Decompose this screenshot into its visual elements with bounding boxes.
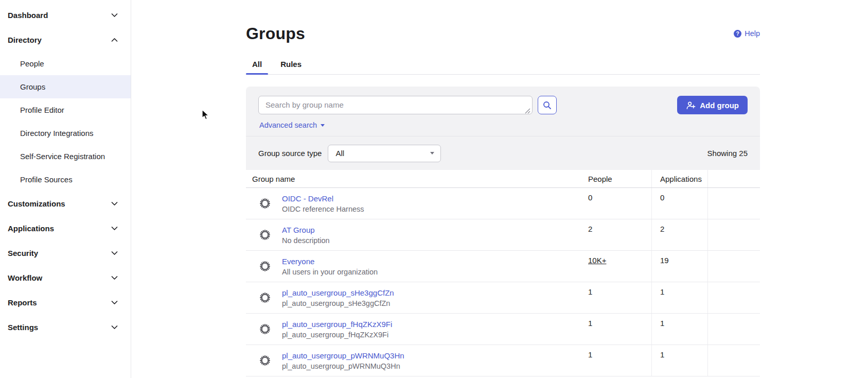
applications-count: 19 (660, 256, 669, 265)
sidebar-item-directory[interactable]: Directory (0, 27, 131, 52)
group-name-link[interactable]: OIDC - DevRel (282, 194, 333, 203)
sidebar-item-label: People (20, 59, 44, 68)
sidebar-item-security[interactable]: Security (0, 240, 131, 265)
group-description: pl_auto_usergroup_sHe3ggCfZn (282, 299, 394, 307)
sidebar-item-label: Profile Sources (20, 175, 73, 184)
sidebar-item-label: Directory Integrations (20, 129, 94, 138)
group-icon (259, 261, 271, 272)
chevron-down-icon (111, 300, 118, 305)
table-row: OIDC - DevRelOIDC reference Harness00 (246, 188, 760, 219)
sidebar-item-label: Customizations (8, 199, 65, 208)
group-name-block: AT GroupNo description (282, 226, 330, 245)
group-name-block: OIDC - DevRelOIDC reference Harness (282, 194, 364, 213)
people-count: 2 (588, 225, 592, 233)
advanced-search-label: Advanced search (259, 121, 317, 129)
group-name-cell: pl_auto_usergroup_pWRNMuQ3Hnpl_auto_user… (246, 345, 581, 376)
group-description: No description (282, 236, 330, 245)
people-count: 0 (588, 193, 592, 202)
people-count-link[interactable]: 10K+ (588, 256, 606, 265)
sidebar-item-label: Profile Editor (20, 106, 64, 114)
sidebar-item-profile-editor[interactable]: Profile Editor (0, 98, 131, 122)
people-count-cell: 1 (581, 345, 651, 376)
sidebar-item-label: Security (8, 249, 38, 257)
okta-admin-app: DashboardDirectoryPeopleGroupsProfile Ed… (0, 0, 868, 378)
applications-count-cell: 0 (651, 188, 708, 219)
group-search-input[interactable] (258, 96, 533, 114)
group-name-link[interactable]: pl_auto_usergroup_sHe3ggCfZn (282, 288, 394, 297)
table-row: AT GroupNo description22 (246, 219, 760, 251)
sidebar-item-dashboard[interactable]: Dashboard (0, 3, 131, 27)
sidebar-item-label: Dashboard (8, 11, 48, 20)
group-name-cell: pl_auto_usergroup_fHqZKzX9Fipl_auto_user… (246, 314, 581, 345)
help-link[interactable]: ? Help (734, 29, 760, 38)
page-header: Groups ? Help (246, 24, 760, 43)
applications-count: 2 (660, 225, 664, 233)
advanced-search-link[interactable]: Advanced search (259, 121, 325, 129)
chevron-down-icon (111, 325, 118, 330)
table-row: pl_auto_usergroup_sHe3ggCfZnpl_auto_user… (246, 282, 760, 314)
search-icon (543, 101, 552, 110)
applications-count: 1 (660, 319, 664, 328)
chevron-down-icon (111, 201, 118, 206)
add-group-icon (686, 100, 696, 110)
group-name-cell: pl_auto_usergroup_sHe3ggCfZnpl_auto_user… (246, 282, 581, 313)
group-name-link[interactable]: AT Group (282, 226, 315, 234)
caret-down-icon (321, 124, 325, 127)
applications-count-cell: 19 (651, 251, 708, 282)
group-icon (259, 229, 271, 240)
source-type-section: Group source type All Showing 25 (246, 136, 760, 170)
sidebar-item-self-service-registration[interactable]: Self-Service Registration (0, 145, 131, 168)
people-count-cell: 0 (581, 188, 651, 219)
group-name-cell: AT GroupNo description (246, 219, 581, 250)
sidebar-nav: DashboardDirectoryPeopleGroupsProfile Ed… (0, 3, 131, 339)
group-name-cell: EveryoneAll users in your organization (246, 251, 581, 282)
group-source-type-select[interactable]: All (328, 145, 441, 162)
group-name-link[interactable]: pl_auto_usergroup_pWRNMuQ3Hn (282, 351, 404, 360)
sidebar-item-customizations[interactable]: Customizations (0, 191, 131, 216)
search-button[interactable] (538, 96, 557, 114)
sidebar-item-reports[interactable]: Reports (0, 290, 131, 315)
group-description: OIDC reference Harness (282, 205, 364, 213)
group-description: pl_auto_usergroup_pWRNMuQ3Hn (282, 362, 404, 370)
chevron-down-icon (111, 13, 118, 18)
sidebar-item-profile-sources[interactable]: Profile Sources (0, 168, 131, 191)
group-icon (259, 323, 271, 335)
chevron-down-icon (111, 276, 118, 280)
people-count: 1 (588, 319, 592, 328)
main-content: Groups ? Help All Rules (246, 0, 760, 376)
group-name-cell: OIDC - DevRelOIDC reference Harness (246, 188, 581, 219)
search-section: Add group Advanced search (246, 87, 760, 136)
column-header-group-name: Group name (246, 175, 581, 183)
tab-bar: All Rules (246, 55, 760, 75)
row-spacer (708, 188, 760, 219)
sidebar-item-applications[interactable]: Applications (0, 216, 131, 240)
sidebar-item-directory-integrations[interactable]: Directory Integrations (0, 122, 131, 145)
group-icon (259, 292, 271, 303)
sidebar-item-groups[interactable]: Groups (0, 75, 131, 98)
sidebar-item-settings[interactable]: Settings (0, 315, 131, 339)
applications-count-cell: 1 (651, 282, 708, 313)
select-caret-icon (430, 152, 434, 154)
people-count-cell: 1 (581, 314, 651, 345)
mouse-cursor (201, 109, 211, 121)
chevron-down-icon (111, 251, 118, 255)
applications-count-cell: 2 (651, 219, 708, 250)
group-name-link[interactable]: Everyone (282, 257, 314, 266)
tab-all[interactable]: All (246, 55, 268, 74)
tab-rules[interactable]: Rules (274, 55, 308, 74)
resize-grip-icon[interactable] (525, 108, 530, 114)
add-group-label: Add group (700, 101, 739, 110)
chevron-down-icon (111, 226, 118, 231)
group-name-link[interactable]: pl_auto_usergroup_fHqZKzX9Fi (282, 320, 392, 329)
group-source-type-label: Group source type (258, 149, 322, 158)
help-icon: ? (734, 30, 741, 38)
group-source-type-value: All (335, 149, 344, 158)
row-spacer (708, 219, 760, 250)
add-group-button[interactable]: Add group (677, 96, 748, 114)
applications-count: 1 (660, 350, 664, 359)
sidebar-item-people[interactable]: People (0, 52, 131, 75)
groups-table: Group name People Applications OIDC - De… (246, 170, 760, 376)
showing-count: Showing 25 (707, 149, 748, 158)
sidebar-item-label: Reports (8, 298, 37, 307)
sidebar-item-workflow[interactable]: Workflow (0, 265, 131, 290)
